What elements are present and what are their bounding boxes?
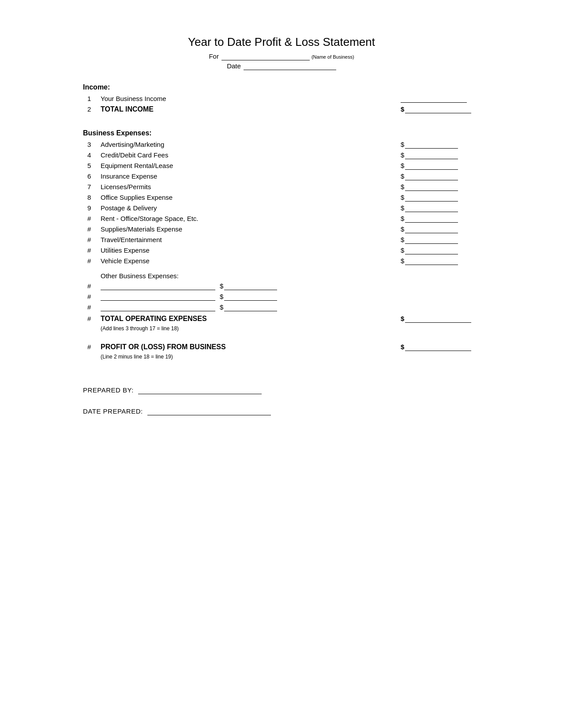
exp4-dollar: $ bbox=[401, 151, 404, 159]
page-title: Year to Date Profit & Loss Statement bbox=[83, 35, 480, 49]
other-label-2[interactable] bbox=[101, 293, 215, 301]
expense-row-6: 6 Insurance Expense $ bbox=[83, 172, 480, 180]
row-number-1: 1 bbox=[87, 95, 101, 102]
row-num-4: 4 bbox=[87, 151, 101, 159]
date-label: Date bbox=[227, 62, 241, 70]
for-input[interactable] bbox=[221, 52, 310, 60]
row-num-12: # bbox=[87, 236, 101, 243]
row-lbl-4: Credit/Debit Card Fees bbox=[101, 151, 401, 159]
other-amount-1[interactable] bbox=[224, 282, 277, 290]
other-amount-3[interactable] bbox=[224, 303, 277, 311]
exp11-dollar: $ bbox=[401, 225, 404, 233]
income-row1-amount[interactable] bbox=[401, 95, 467, 103]
exp9-dollar: $ bbox=[401, 204, 404, 212]
row-lbl-3: Advertising/Marketing bbox=[101, 141, 401, 148]
other-expenses-title: Other Business Expenses: bbox=[101, 272, 480, 280]
other-expenses-title-row: Other Business Expenses: bbox=[83, 272, 480, 280]
exp6-amount[interactable] bbox=[405, 172, 458, 180]
exp7-dollar: $ bbox=[401, 183, 404, 190]
for-label: For bbox=[209, 52, 219, 60]
exp6-dollar: $ bbox=[401, 172, 404, 180]
total-income-dollar: $ bbox=[401, 105, 404, 113]
expense-row-14: # Vehicle Expense $ bbox=[83, 257, 480, 265]
row-label-2: TOTAL INCOME bbox=[101, 105, 401, 113]
exp8-amount[interactable] bbox=[405, 194, 458, 202]
other-dollar-3: $ bbox=[220, 303, 223, 311]
row-num-9: 9 bbox=[87, 204, 101, 212]
row-number-2: 2 bbox=[87, 105, 101, 113]
name-of-business-note: (Name of Business) bbox=[312, 54, 354, 60]
date-prepared-label: DATE PREPARED: bbox=[83, 407, 143, 415]
expense-row-11: # Supplies/Materials Expense $ bbox=[83, 225, 480, 233]
exp10-amount[interactable] bbox=[405, 215, 458, 223]
row-num-3: 3 bbox=[87, 141, 101, 148]
other-label-1[interactable] bbox=[101, 282, 215, 290]
row-num-6: 6 bbox=[87, 172, 101, 180]
other-expense-row-1: # $ bbox=[83, 282, 480, 290]
for-line: For (Name of Business) bbox=[83, 52, 480, 60]
prepared-by-input[interactable] bbox=[138, 386, 262, 394]
income-section-title: Income: bbox=[83, 83, 480, 91]
expense-row-13: # Utilities Expense $ bbox=[83, 246, 480, 254]
other-num-3: # bbox=[87, 303, 101, 311]
total-income-amount[interactable] bbox=[405, 105, 471, 113]
profit-amount[interactable] bbox=[405, 343, 471, 351]
date-prepared-input[interactable] bbox=[147, 407, 271, 415]
total-op-amount[interactable] bbox=[405, 315, 471, 323]
exp7-amount[interactable] bbox=[405, 183, 458, 191]
exp9-amount[interactable] bbox=[405, 204, 458, 212]
exp3-amount[interactable] bbox=[405, 141, 458, 149]
row-label-1: Your Business Income bbox=[101, 95, 401, 102]
profit-number: # bbox=[87, 343, 101, 351]
prepared-by-row: PREPARED BY: bbox=[83, 386, 480, 394]
row-lbl-12: Travel/Entertainment bbox=[101, 236, 401, 243]
total-op-number: # bbox=[87, 315, 101, 322]
profit-note: (Line 2 minus line 18 = line 19) bbox=[83, 354, 480, 360]
expense-row-8: 8 Office Supplies Expense $ bbox=[83, 194, 480, 202]
total-op-label: TOTAL OPERATING EXPENSES bbox=[101, 315, 401, 323]
exp5-amount[interactable] bbox=[405, 162, 458, 170]
other-dollar-2: $ bbox=[220, 293, 223, 300]
row-lbl-8: Office Supplies Expense bbox=[101, 194, 401, 201]
row-lbl-5: Equipment Rental/Lease bbox=[101, 162, 401, 169]
row-num-13: # bbox=[87, 246, 101, 254]
row-lbl-10: Rent - Office/Storage Space, Etc. bbox=[101, 215, 401, 222]
expense-row-4: 4 Credit/Debit Card Fees $ bbox=[83, 151, 480, 159]
expense-row-9: 9 Postage & Delivery $ bbox=[83, 204, 480, 212]
exp12-amount[interactable] bbox=[405, 236, 458, 244]
expense-row-12: # Travel/Entertainment $ bbox=[83, 236, 480, 244]
exp14-amount[interactable] bbox=[405, 257, 458, 265]
other-amount-2[interactable] bbox=[224, 293, 277, 301]
row-num-8: 8 bbox=[87, 194, 101, 201]
other-label-3[interactable] bbox=[101, 303, 215, 311]
expense-row-10: # Rent - Office/Storage Space, Etc. $ bbox=[83, 215, 480, 223]
exp3-dollar: $ bbox=[401, 141, 404, 148]
exp13-dollar: $ bbox=[401, 246, 404, 254]
exp8-dollar: $ bbox=[401, 194, 404, 201]
profit-label: PROFIT OR (LOSS) FROM BUSINESS bbox=[101, 343, 401, 351]
row-num-14: # bbox=[87, 257, 101, 265]
row-num-11: # bbox=[87, 225, 101, 233]
row-lbl-13: Utilities Expense bbox=[101, 246, 401, 254]
exp5-dollar: $ bbox=[401, 162, 404, 169]
exp11-amount[interactable] bbox=[405, 225, 458, 233]
other-expense-row-2: # $ bbox=[83, 293, 480, 301]
row-num-5: 5 bbox=[87, 162, 101, 169]
income-row-2: 2 TOTAL INCOME $ bbox=[83, 105, 480, 113]
date-line: Date bbox=[83, 62, 480, 70]
total-op-dollar: $ bbox=[401, 315, 404, 322]
total-operating-row: # TOTAL OPERATING EXPENSES $ bbox=[83, 315, 480, 323]
row-lbl-6: Insurance Expense bbox=[101, 172, 401, 180]
expense-row-7: 7 Licenses/Permits $ bbox=[83, 183, 480, 191]
row-num-7: 7 bbox=[87, 183, 101, 190]
row-lbl-11: Supplies/Materials Expense bbox=[101, 225, 401, 233]
other-dollar-1: $ bbox=[220, 282, 223, 290]
date-input[interactable] bbox=[244, 62, 336, 70]
profit-dollar: $ bbox=[401, 343, 404, 351]
exp14-dollar: $ bbox=[401, 257, 404, 265]
exp4-amount[interactable] bbox=[405, 151, 458, 159]
exp12-dollar: $ bbox=[401, 236, 404, 243]
prepared-by-label: PREPARED BY: bbox=[83, 386, 134, 394]
row-lbl-9: Postage & Delivery bbox=[101, 204, 401, 212]
exp13-amount[interactable] bbox=[405, 246, 458, 254]
